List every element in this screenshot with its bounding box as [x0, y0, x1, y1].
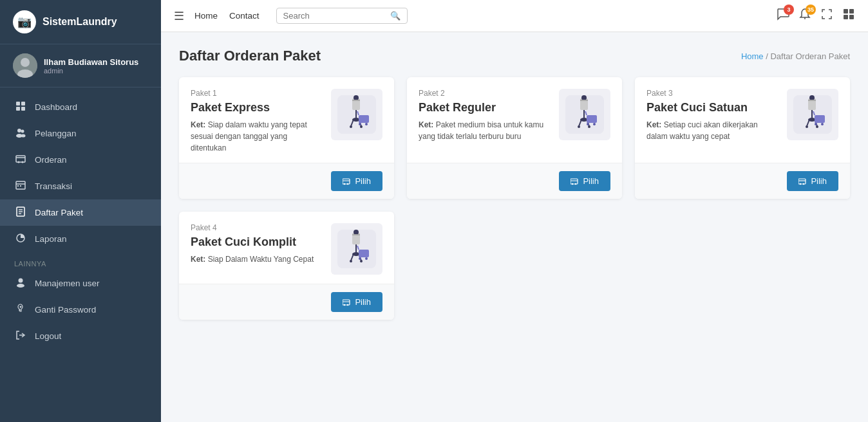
- svg-rect-4: [21, 102, 25, 106]
- messages-badge: 3: [784, 5, 794, 15]
- sidebar-item-orderan[interactable]: Orderan: [0, 147, 161, 173]
- svg-point-104: [347, 304, 348, 306]
- card-body-paket4: Paket 4 Paket Cuci Komplit Ket: Siap Dal…: [179, 212, 394, 284]
- search-icon[interactable]: 🔍: [390, 11, 401, 21]
- sidebar-item-manajemen-user-label: Manajemen user: [35, 279, 100, 288]
- sidebar-item-transaksi[interactable]: Transaksi: [0, 173, 161, 199]
- svg-point-103: [344, 304, 345, 306]
- user-role: admin: [44, 67, 138, 75]
- svg-point-10: [21, 134, 26, 138]
- topbar-nav-home[interactable]: Home: [194, 11, 218, 21]
- card-text-paket1: Paket 1 Paket Express Ket: Siap dalam wa…: [191, 89, 322, 154]
- svg-point-14: [22, 161, 24, 163]
- sidebar-item-logout-label: Logout: [35, 331, 61, 341]
- pilih-button-paket4[interactable]: Pilih: [331, 292, 382, 312]
- pelanggan-icon: [14, 127, 27, 140]
- svg-point-80: [815, 123, 817, 125]
- card-desc-paket3: Ket: Setiap cuci akan dikerjakan dalam w…: [646, 119, 778, 142]
- svg-point-99: [365, 257, 368, 260]
- sidebar-item-pelanggan[interactable]: Pelanggan: [0, 120, 161, 147]
- topbar: ☰ Home Contact 🔍 3 35: [161, 0, 868, 32]
- avatar: [13, 53, 37, 78]
- card-body-paket2: Paket 2 Paket Reguler Ket: Paket medium …: [407, 77, 622, 163]
- pilih-button-paket1[interactable]: Pilih: [331, 171, 382, 191]
- brand: 📷 SistemLaundry: [0, 0, 161, 44]
- svg-point-13: [18, 161, 20, 163]
- card-footer-paket1: Pilih: [179, 163, 394, 199]
- sidebar-item-dashboard[interactable]: Dashboard: [0, 94, 161, 120]
- card-text-paket4: Paket 4 Paket Cuci Komplit Ket: Siap Dal…: [191, 223, 322, 265]
- svg-point-60: [588, 125, 590, 128]
- card-label-paket4: Paket 4: [191, 223, 322, 232]
- svg-point-89: [354, 230, 359, 235]
- svg-point-77: [806, 125, 808, 128]
- content-area: Daftar Orderan Paket Home / Daftar Order…: [161, 32, 868, 422]
- alerts-button[interactable]: 35: [798, 8, 811, 24]
- topbar-nav-contact[interactable]: Contact: [229, 11, 259, 21]
- search-input[interactable]: [283, 11, 386, 21]
- svg-point-68: [575, 183, 576, 185]
- daftar-paket-icon: [14, 206, 27, 219]
- messages-button[interactable]: 3: [777, 8, 789, 24]
- svg-point-1: [21, 58, 30, 67]
- package-card-paket2: Paket 2 Paket Reguler Ket: Paket medium …: [407, 77, 622, 199]
- sidebar-item-daftar-paket[interactable]: Daftar Paket: [0, 199, 161, 226]
- svg-rect-3: [16, 102, 20, 106]
- sidebar-item-orderan-label: Orderan: [35, 155, 67, 165]
- menu-toggle-button[interactable]: ☰: [174, 9, 184, 23]
- sidebar-item-laporan-label: Laporan: [35, 234, 67, 244]
- pilih-button-paket3[interactable]: Pilih: [787, 171, 838, 191]
- brand-icon: 📷: [13, 10, 36, 33]
- svg-rect-61: [587, 115, 597, 123]
- sidebar-item-transaksi-label: Transaksi: [35, 181, 72, 191]
- sidebar-item-logout[interactable]: Logout: [0, 323, 161, 349]
- svg-rect-29: [844, 9, 848, 14]
- svg-rect-32: [849, 15, 854, 19]
- topbar-search: 🔍: [276, 8, 408, 24]
- breadcrumb-current: Daftar Orderan Paket: [770, 51, 850, 61]
- svg-rect-18: [20, 185, 21, 187]
- svg-rect-54: [580, 100, 588, 101]
- card-desc-paket1: Ket: Siap dalam waktu yang tepat sesuai …: [191, 119, 322, 154]
- card-label-paket1: Paket 1: [191, 89, 322, 98]
- sidebar-item-ganti-password[interactable]: Ganti Password: [0, 297, 161, 323]
- orderan-icon: [14, 154, 27, 166]
- card-footer-paket2: Pilih: [407, 163, 622, 199]
- page-title: Daftar Orderan Paket: [179, 48, 321, 64]
- svg-rect-72: [808, 100, 816, 101]
- card-img-paket4: [331, 223, 382, 275]
- package-card-paket4: Paket 4 Paket Cuci Komplit Ket: Siap Dal…: [179, 212, 394, 320]
- svg-point-63: [593, 123, 596, 125]
- card-title-paket4: Paket Cuci Komplit: [191, 235, 322, 249]
- sidebar-item-manajemen-user[interactable]: Manajemen user: [0, 270, 161, 297]
- svg-rect-6: [21, 107, 25, 111]
- svg-point-85: [800, 183, 801, 185]
- breadcrumb-home[interactable]: Home: [741, 51, 764, 61]
- transaksi-icon: [14, 180, 27, 192]
- card-label-paket2: Paket 2: [419, 89, 550, 98]
- page-header: Daftar Orderan Paket Home / Daftar Order…: [179, 48, 850, 64]
- grid-button[interactable]: [842, 8, 855, 24]
- svg-rect-36: [352, 100, 360, 101]
- svg-rect-43: [359, 115, 369, 123]
- section-label: Lainnya: [0, 252, 161, 270]
- card-text-paket3: Paket 3 Paket Cuci Satuan Ket: Setiap cu…: [646, 89, 778, 142]
- sidebar-item-laporan[interactable]: Laporan: [0, 226, 161, 252]
- card-footer-paket4: Pilih: [179, 284, 394, 320]
- svg-rect-83: [798, 179, 806, 184]
- card-img-paket3: [787, 89, 838, 140]
- svg-point-44: [359, 123, 361, 125]
- card-title-paket2: Paket Reguler: [419, 101, 550, 115]
- expand-button[interactable]: [820, 8, 833, 24]
- svg-rect-65: [571, 179, 578, 184]
- svg-rect-90: [352, 234, 360, 235]
- svg-rect-5: [16, 107, 20, 111]
- svg-point-26: [20, 306, 22, 308]
- svg-point-86: [803, 183, 804, 185]
- svg-point-8: [21, 130, 24, 133]
- card-footer-paket3: Pilih: [635, 163, 850, 199]
- pilih-button-paket2[interactable]: Pilih: [559, 171, 610, 191]
- card-body-paket1: Paket 1 Paket Express Ket: Siap dalam wa…: [179, 77, 394, 163]
- card-text-paket2: Paket 2 Paket Reguler Ket: Paket medium …: [419, 89, 550, 142]
- svg-point-24: [19, 279, 23, 283]
